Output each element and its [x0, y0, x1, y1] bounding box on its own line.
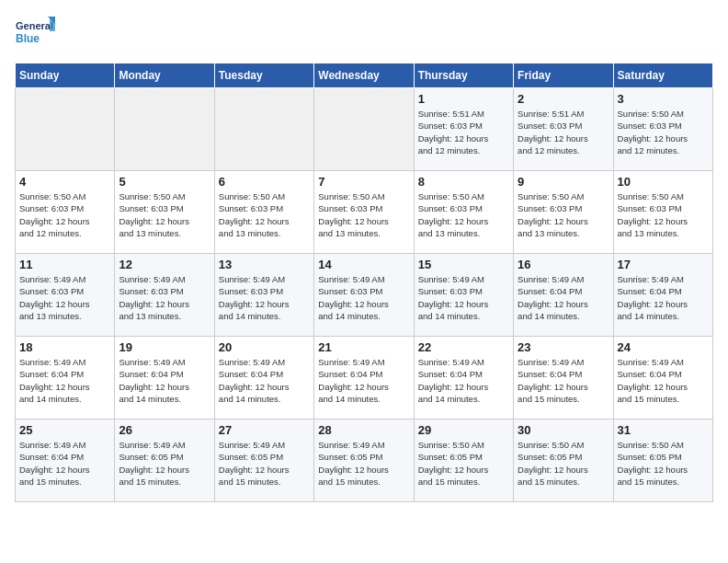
day-info: Sunrise: 5:51 AM Sunset: 6:03 PM Dayligh…	[418, 108, 509, 156]
day-number: 23	[518, 340, 609, 354]
weekday-header-saturday: Saturday	[613, 63, 712, 88]
day-info: Sunrise: 5:49 AM Sunset: 6:04 PM Dayligh…	[518, 273, 609, 322]
day-info: Sunrise: 5:50 AM Sunset: 6:03 PM Dayligh…	[219, 190, 310, 239]
day-info: Sunrise: 5:50 AM Sunset: 6:03 PM Dayligh…	[318, 190, 409, 239]
calendar-cell: 2Sunrise: 5:51 AM Sunset: 6:03 PM Daylig…	[514, 88, 613, 171]
day-info: Sunrise: 5:49 AM Sunset: 6:03 PM Dayligh…	[119, 273, 210, 322]
day-info: Sunrise: 5:50 AM Sunset: 6:03 PM Dayligh…	[618, 190, 709, 239]
calendar-cell: 26Sunrise: 5:49 AM Sunset: 6:05 PM Dayli…	[115, 419, 214, 502]
week-row-3: 11Sunrise: 5:49 AM Sunset: 6:03 PM Dayli…	[16, 254, 713, 337]
day-number: 4	[19, 175, 110, 189]
day-info: Sunrise: 5:49 AM Sunset: 6:03 PM Dayligh…	[219, 273, 310, 322]
day-info: Sunrise: 5:50 AM Sunset: 6:05 PM Dayligh…	[518, 439, 609, 488]
calendar-cell: 29Sunrise: 5:50 AM Sunset: 6:05 PM Dayli…	[414, 419, 513, 502]
day-number: 31	[618, 423, 709, 437]
day-number: 20	[219, 340, 310, 354]
day-number: 24	[618, 340, 709, 354]
day-number: 17	[618, 258, 709, 271]
day-info: Sunrise: 5:49 AM Sunset: 6:05 PM Dayligh…	[119, 439, 210, 488]
day-number: 3	[618, 92, 709, 106]
day-number: 15	[418, 258, 509, 271]
calendar-cell: 19Sunrise: 5:49 AM Sunset: 6:04 PM Dayli…	[115, 337, 214, 419]
day-info: Sunrise: 5:50 AM Sunset: 6:03 PM Dayligh…	[418, 190, 509, 239]
day-info: Sunrise: 5:51 AM Sunset: 6:03 PM Dayligh…	[518, 108, 609, 156]
day-info: Sunrise: 5:49 AM Sunset: 6:03 PM Dayligh…	[19, 273, 110, 322]
calendar-cell: 30Sunrise: 5:50 AM Sunset: 6:05 PM Dayli…	[514, 419, 613, 502]
calendar-cell: 23Sunrise: 5:49 AM Sunset: 6:04 PM Dayli…	[514, 337, 613, 419]
calendar-cell: 31Sunrise: 5:50 AM Sunset: 6:05 PM Dayli…	[613, 419, 712, 502]
week-row-5: 25Sunrise: 5:49 AM Sunset: 6:04 PM Dayli…	[16, 419, 713, 502]
day-number: 12	[119, 258, 210, 271]
weekday-header-row: SundayMondayTuesdayWednesdayThursdayFrid…	[16, 63, 713, 88]
weekday-header-monday: Monday	[115, 63, 214, 88]
calendar-cell	[115, 88, 214, 171]
day-number: 25	[19, 423, 110, 437]
calendar-cell: 3Sunrise: 5:50 AM Sunset: 6:03 PM Daylig…	[613, 88, 712, 171]
header: General Blue	[15, 15, 713, 55]
day-number: 7	[318, 175, 409, 189]
day-info: Sunrise: 5:49 AM Sunset: 6:04 PM Dayligh…	[219, 356, 310, 405]
day-info: Sunrise: 5:49 AM Sunset: 6:05 PM Dayligh…	[318, 439, 409, 488]
weekday-header-sunday: Sunday	[16, 63, 115, 88]
day-number: 6	[219, 175, 310, 189]
calendar-cell	[214, 88, 313, 171]
day-info: Sunrise: 5:49 AM Sunset: 6:03 PM Dayligh…	[318, 273, 409, 322]
calendar-cell: 10Sunrise: 5:50 AM Sunset: 6:03 PM Dayli…	[613, 171, 712, 254]
calendar-cell: 7Sunrise: 5:50 AM Sunset: 6:03 PM Daylig…	[314, 171, 414, 254]
calendar-cell: 14Sunrise: 5:49 AM Sunset: 6:03 PM Dayli…	[314, 254, 414, 337]
day-info: Sunrise: 5:49 AM Sunset: 6:04 PM Dayligh…	[19, 439, 110, 488]
calendar-cell: 1Sunrise: 5:51 AM Sunset: 6:03 PM Daylig…	[414, 88, 513, 171]
calendar-table: SundayMondayTuesdayWednesdayThursdayFrid…	[15, 63, 713, 502]
day-info: Sunrise: 5:49 AM Sunset: 6:04 PM Dayligh…	[518, 356, 609, 405]
calendar-cell: 28Sunrise: 5:49 AM Sunset: 6:05 PM Dayli…	[314, 419, 414, 502]
day-number: 8	[418, 175, 509, 189]
weekday-header-friday: Friday	[514, 63, 613, 88]
day-info: Sunrise: 5:49 AM Sunset: 6:04 PM Dayligh…	[19, 356, 110, 405]
day-number: 18	[19, 340, 110, 354]
day-number: 14	[318, 258, 409, 271]
day-info: Sunrise: 5:50 AM Sunset: 6:03 PM Dayligh…	[119, 190, 210, 239]
calendar-body: 1Sunrise: 5:51 AM Sunset: 6:03 PM Daylig…	[16, 88, 713, 502]
day-number: 29	[418, 423, 509, 437]
weekday-header-thursday: Thursday	[414, 63, 513, 88]
day-info: Sunrise: 5:49 AM Sunset: 6:04 PM Dayligh…	[418, 356, 509, 405]
day-number: 21	[318, 340, 409, 354]
day-info: Sunrise: 5:50 AM Sunset: 6:05 PM Dayligh…	[618, 439, 709, 488]
weekday-header-tuesday: Tuesday	[214, 63, 313, 88]
calendar-cell	[16, 88, 115, 171]
calendar-cell: 16Sunrise: 5:49 AM Sunset: 6:04 PM Dayli…	[514, 254, 613, 337]
day-info: Sunrise: 5:49 AM Sunset: 6:04 PM Dayligh…	[119, 356, 210, 405]
day-number: 11	[19, 258, 110, 271]
calendar-cell: 5Sunrise: 5:50 AM Sunset: 6:03 PM Daylig…	[115, 171, 214, 254]
calendar-cell: 25Sunrise: 5:49 AM Sunset: 6:04 PM Dayli…	[16, 419, 115, 502]
calendar-cell: 11Sunrise: 5:49 AM Sunset: 6:03 PM Dayli…	[16, 254, 115, 337]
day-info: Sunrise: 5:49 AM Sunset: 6:05 PM Dayligh…	[219, 439, 310, 488]
week-row-4: 18Sunrise: 5:49 AM Sunset: 6:04 PM Dayli…	[16, 337, 713, 419]
day-number: 5	[119, 175, 210, 189]
day-number: 26	[119, 423, 210, 437]
calendar-cell: 12Sunrise: 5:49 AM Sunset: 6:03 PM Dayli…	[115, 254, 214, 337]
day-number: 9	[518, 175, 609, 189]
calendar-cell: 24Sunrise: 5:49 AM Sunset: 6:04 PM Dayli…	[613, 337, 712, 419]
day-info: Sunrise: 5:49 AM Sunset: 6:04 PM Dayligh…	[318, 356, 409, 405]
day-info: Sunrise: 5:49 AM Sunset: 6:04 PM Dayligh…	[618, 273, 709, 322]
weekday-header-wednesday: Wednesday	[314, 63, 414, 88]
day-info: Sunrise: 5:50 AM Sunset: 6:03 PM Dayligh…	[518, 190, 609, 239]
svg-text:Blue: Blue	[16, 32, 40, 45]
calendar-cell: 17Sunrise: 5:49 AM Sunset: 6:04 PM Dayli…	[613, 254, 712, 337]
calendar-header: SundayMondayTuesdayWednesdayThursdayFrid…	[16, 63, 713, 88]
logo-svg: General Blue	[15, 15, 55, 55]
day-number: 27	[219, 423, 310, 437]
calendar-cell: 22Sunrise: 5:49 AM Sunset: 6:04 PM Dayli…	[414, 337, 513, 419]
day-number: 1	[418, 92, 509, 106]
calendar-cell: 8Sunrise: 5:50 AM Sunset: 6:03 PM Daylig…	[414, 171, 513, 254]
calendar-cell: 27Sunrise: 5:49 AM Sunset: 6:05 PM Dayli…	[214, 419, 313, 502]
svg-text:General: General	[16, 20, 53, 31]
calendar-cell: 13Sunrise: 5:49 AM Sunset: 6:03 PM Dayli…	[214, 254, 313, 337]
calendar-cell: 6Sunrise: 5:50 AM Sunset: 6:03 PM Daylig…	[214, 171, 313, 254]
day-info: Sunrise: 5:49 AM Sunset: 6:03 PM Dayligh…	[418, 273, 509, 322]
calendar-cell: 21Sunrise: 5:49 AM Sunset: 6:04 PM Dayli…	[314, 337, 414, 419]
day-number: 22	[418, 340, 509, 354]
day-number: 2	[518, 92, 609, 106]
day-number: 13	[219, 258, 310, 271]
